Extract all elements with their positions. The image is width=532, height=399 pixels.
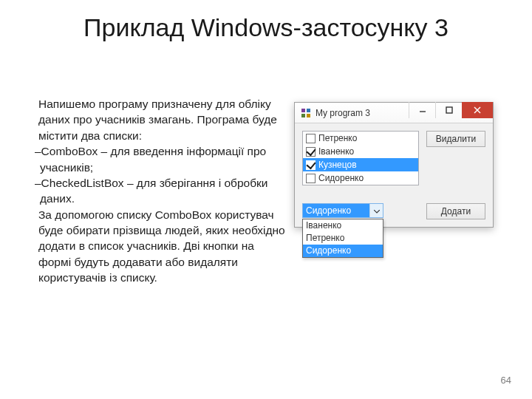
paragraph: За допомогою списку ComboBox користувач … xyxy=(38,207,290,286)
list-item-label: Сидоренко xyxy=(318,173,364,183)
dropdown-item[interactable]: Петренко xyxy=(303,232,383,245)
list-item-label: Кузнецов xyxy=(318,160,357,170)
body-text: Напишемо програму призначену для обліку … xyxy=(38,96,290,286)
dropdown-item[interactable]: Іваненко xyxy=(303,219,383,232)
app-icon xyxy=(301,108,311,118)
maximize-button[interactable] xyxy=(435,102,462,118)
checked-list-box[interactable]: ПетренкоІваненкоКузнецовСидоренко xyxy=(302,131,419,185)
list-item[interactable]: Сидоренко xyxy=(303,171,418,185)
add-button[interactable]: Додати xyxy=(426,203,485,219)
page-title: Приклад Windows-застосунку 3 xyxy=(0,0,532,42)
checkbox-icon[interactable] xyxy=(306,134,316,143)
svg-rect-5 xyxy=(446,107,452,113)
combo-dropdown[interactable]: ІваненкоПетренкоСидоренко xyxy=(302,219,383,258)
list-item-label: Іваненко xyxy=(318,146,354,157)
list-item-label: Петренко xyxy=(318,133,357,143)
checkbox-icon[interactable] xyxy=(306,147,316,157)
paragraph: Напишемо програму призначену для обліку … xyxy=(38,96,290,143)
bullet-checkedlistbox: –CheckedListBox – для зберігання і оброб… xyxy=(38,175,290,207)
close-button[interactable] xyxy=(462,102,493,118)
combo-box[interactable]: Сидоренко ІваненкоПетренкоСидоренко xyxy=(302,203,383,218)
page-number: 64 xyxy=(501,375,511,386)
window-title: My program 3 xyxy=(316,108,409,118)
svg-rect-1 xyxy=(307,109,310,112)
bullet-combobox: –ComboBox – для введення інформації про … xyxy=(38,143,290,175)
svg-rect-0 xyxy=(301,109,305,112)
chevron-down-icon xyxy=(374,205,380,216)
titlebar: My program 3 xyxy=(295,103,493,123)
list-item[interactable]: Петренко xyxy=(303,132,418,145)
combo-dropdown-button[interactable] xyxy=(369,204,383,217)
app-window: My program 3 ПетренкоІваненкоКузнецовСид… xyxy=(294,102,494,228)
combo-selected: Сидоренко xyxy=(303,204,369,217)
checkbox-icon[interactable] xyxy=(306,160,316,170)
minimize-button[interactable] xyxy=(409,102,435,118)
checkbox-icon[interactable] xyxy=(306,174,316,183)
delete-button[interactable]: Видалити xyxy=(426,131,485,147)
svg-rect-2 xyxy=(301,114,305,117)
list-item[interactable]: Іваненко xyxy=(303,145,418,158)
list-item[interactable]: Кузнецов xyxy=(303,158,418,171)
dropdown-item[interactable]: Сидоренко xyxy=(303,245,383,257)
svg-rect-3 xyxy=(307,114,310,117)
